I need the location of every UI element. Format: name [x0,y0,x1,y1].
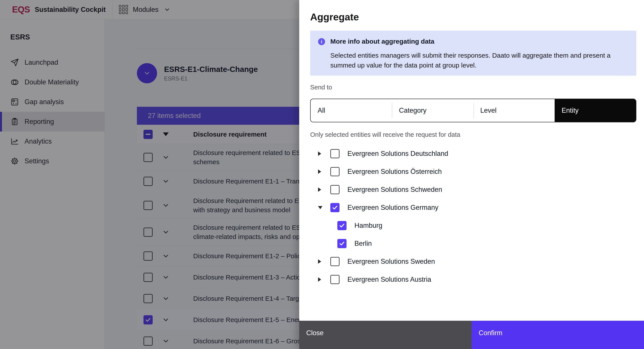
caret-right-icon[interactable] [318,259,330,264]
entity-checkbox[interactable] [330,185,340,194]
info-box-title: More info about aggregating data [330,38,434,45]
entity-checkbox[interactable] [330,167,340,176]
segment-all[interactable]: All [310,99,392,122]
modal-footer: Close Confirm [299,321,644,349]
check-icon [339,222,345,229]
app-root: EQS Sustainability Cockpit Modules ESRS … [0,0,644,349]
entity-label: Hamburg [354,222,382,229]
tree-row[interactable]: Evergreen Solutions Sweden [310,252,634,270]
segment-category[interactable]: Category [392,99,473,122]
tree-row[interactable]: Evergreen Solutions Deutschland [310,145,634,163]
check-icon [339,240,345,247]
tree-row[interactable]: Evergreen Solutions Austria [310,270,634,288]
tree-row[interactable]: Evergreen Solutions Österreich [310,163,634,181]
tree-row-expanded[interactable]: Evergreen Solutions Germany [310,199,634,217]
info-icon: i [318,38,325,45]
entity-label: Evergreen Solutions Sweden [348,258,435,265]
segment-entity[interactable]: Entity [555,99,636,122]
tree-row-child[interactable]: Berlin [310,235,634,252]
entity-checkbox-checked[interactable] [330,203,340,212]
entity-checkbox[interactable] [330,275,340,284]
segment-label: Entity [562,107,579,114]
info-box: i More info about aggregating data Selec… [310,31,636,76]
caret-right-icon[interactable] [318,169,330,174]
entity-label: Evergreen Solutions Österreich [348,168,442,176]
entity-label: Evergreen Solutions Germany [348,204,438,212]
entity-tree: Evergreen Solutions Deutschland Evergree… [310,145,634,288]
tree-row[interactable]: Evergreen Solutions Schweden [310,181,634,199]
close-button[interactable]: Close [299,321,472,349]
caret-down-icon[interactable] [318,206,330,209]
aggregate-panel: Aggregate i More info about aggregating … [299,0,644,349]
helper-text: Only selected entities will receive the … [310,131,460,138]
modal-backdrop[interactable] [0,0,299,349]
segment-label: Category [399,107,426,114]
caret-right-icon[interactable] [318,277,330,282]
tree-row-child[interactable]: Hamburg [310,217,634,235]
entity-label: Evergreen Solutions Schweden [348,186,442,194]
confirm-button[interactable]: Confirm [472,321,644,349]
entity-checkbox-checked[interactable] [337,239,346,248]
segment-label: Level [480,107,496,114]
caret-right-icon[interactable] [318,187,330,192]
caret-right-icon[interactable] [318,151,330,156]
entity-checkbox[interactable] [330,149,340,158]
entity-checkbox-checked[interactable] [337,221,346,230]
entity-label: Evergreen Solutions Austria [348,275,431,283]
send-to-segmented-control: All Category Level Entity [310,99,636,122]
check-icon [332,205,338,211]
entity-label: Berlin [354,240,372,247]
entity-label: Evergreen Solutions Deutschland [348,150,448,158]
entity-checkbox[interactable] [330,257,340,266]
send-to-label: Send to [310,84,332,91]
modal-title: Aggregate [310,12,359,23]
segment-label: All [318,107,325,114]
close-button-label: Close [306,329,324,337]
confirm-button-label: Confirm [478,329,502,337]
segment-level[interactable]: Level [473,99,555,122]
info-box-body: Selected entities managers will submit t… [330,51,628,70]
